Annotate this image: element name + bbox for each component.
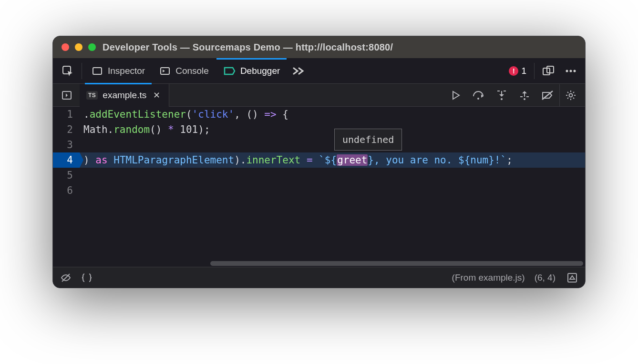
code-line[interactable]: 1 .addEventListener('click', () => { <box>53 107 585 122</box>
source-map-toggle-icon[interactable] <box>565 271 579 285</box>
resume-button[interactable] <box>445 84 467 106</box>
tabs-overflow-button[interactable] <box>288 58 309 84</box>
svg-point-5 <box>566 70 568 72</box>
sources-tree-toggle[interactable] <box>56 84 78 106</box>
kebab-menu-button[interactable] <box>560 58 581 84</box>
deactivate-breakpoints-button[interactable] <box>536 84 558 106</box>
file-name: example.ts <box>103 90 146 101</box>
svg-point-10 <box>501 98 503 100</box>
traffic-lights <box>62 43 96 51</box>
code-area[interactable]: undefined 1 .addEventListener('click', (… <box>53 107 585 260</box>
tab-inspector[interactable]: Inspector <box>85 58 152 84</box>
separator <box>534 63 535 79</box>
minimize-window-button[interactable] <box>75 43 82 51</box>
cursor-position: (6, 4) <box>535 273 556 283</box>
gutter-line-number[interactable]: 4 <box>53 152 80 168</box>
devtools-window: Developer Tools — Sourcemaps Demo — http… <box>52 36 586 288</box>
tab-debugger[interactable]: Debugger <box>216 58 287 84</box>
close-window-button[interactable] <box>62 43 69 51</box>
value-tooltip: undefined <box>334 129 402 151</box>
ts-badge-icon: TS <box>86 91 98 100</box>
separator <box>82 63 82 79</box>
titlebar: Developer Tools — Sourcemaps Demo — http… <box>53 36 585 58</box>
debugger-settings-button[interactable] <box>559 84 581 106</box>
tab-label: Console <box>175 66 209 76</box>
pretty-print-button[interactable] <box>80 271 94 285</box>
pick-element-button[interactable] <box>57 58 79 84</box>
close-tab-button[interactable]: ✕ <box>151 90 162 101</box>
code-line[interactable]: 5 <box>53 168 585 183</box>
gutter-line-number[interactable]: 5 <box>53 168 80 183</box>
svg-point-12 <box>569 93 572 97</box>
zoom-window-button[interactable] <box>88 43 96 51</box>
svg-point-9 <box>477 98 479 100</box>
error-count-badge[interactable]: ! 1 <box>504 66 531 76</box>
code-line[interactable]: 2 Math.random() * 101); <box>53 122 585 137</box>
dock-button[interactable] <box>537 58 559 84</box>
step-over-button[interactable] <box>468 84 490 106</box>
devtools-toolbar: Inspector Console Debugger ! 1 <box>53 58 585 84</box>
source-editor[interactable]: undefined 1 .addEventListener('click', (… <box>53 107 585 267</box>
svg-rect-2 <box>161 68 169 74</box>
code-line[interactable]: 6 <box>53 183 585 198</box>
svg-rect-13 <box>568 273 576 282</box>
error-icon: ! <box>509 66 518 76</box>
code-line[interactable]: 3 <box>53 137 585 152</box>
scrollbar-thumb[interactable] <box>210 261 583 266</box>
gutter-line-number[interactable]: 3 <box>53 137 80 152</box>
source-map-from-label: (From example.js) <box>452 273 525 283</box>
gutter-line-number[interactable]: 6 <box>53 183 80 198</box>
tab-console[interactable]: Console <box>153 58 216 84</box>
tab-label: Inspector <box>108 66 145 76</box>
svg-point-11 <box>524 98 525 100</box>
svg-rect-1 <box>93 68 102 74</box>
code-line-current[interactable]: 4 ) as HTMLParagraphElement).innerText =… <box>53 152 585 168</box>
svg-point-6 <box>570 70 572 72</box>
file-tab[interactable]: TS example.ts ✕ <box>80 84 169 107</box>
step-out-button[interactable] <box>514 84 535 106</box>
tab-label: Debugger <box>240 66 280 76</box>
step-in-button[interactable] <box>491 84 513 106</box>
gutter-line-number[interactable]: 1 <box>53 107 80 122</box>
gutter-line-number[interactable]: 2 <box>53 122 80 137</box>
debugger-subbar: TS example.ts ✕ <box>53 84 585 107</box>
error-count: 1 <box>521 66 526 76</box>
status-bar: (From example.js) (6, 4) <box>53 267 585 288</box>
window-title: Developer Tools — Sourcemaps Demo — http… <box>103 42 393 53</box>
horizontal-scrollbar[interactable] <box>53 260 585 267</box>
blackbox-toggle-icon[interactable] <box>59 271 73 285</box>
svg-point-7 <box>574 70 576 72</box>
